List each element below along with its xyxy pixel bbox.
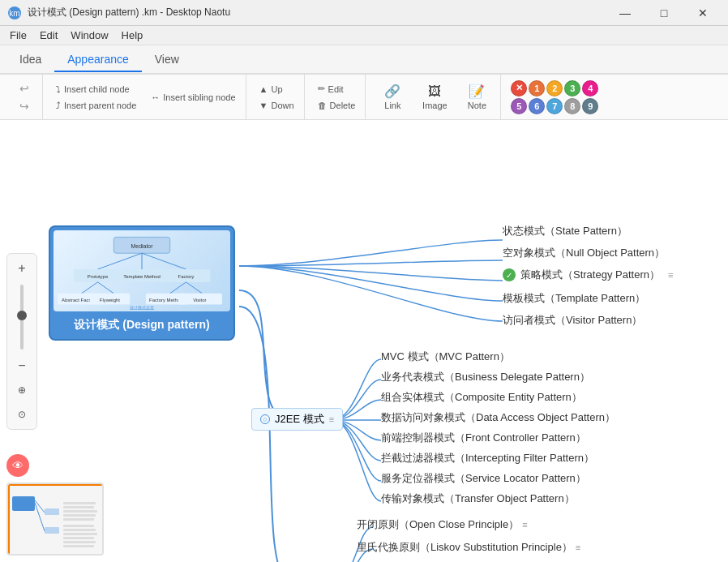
color-3[interactable]: 3 <box>564 80 580 97</box>
leaf-transfer-object[interactable]: 传输对象模式（Transfer Object Pattern） <box>381 491 575 506</box>
tab-idea[interactable]: Idea <box>6 48 54 71</box>
insert-parent-icon: ⤴ <box>56 101 61 110</box>
leaf-template-pattern[interactable]: 模板模式（Template Pattern） <box>503 291 645 306</box>
leaf-intercepting-filter[interactable]: 拦截过滤器模式（Intercepting Filter Pattern） <box>381 451 594 465</box>
redo-button[interactable]: ↪ <box>13 98 36 114</box>
undo-redo-group: ↩ ↪ <box>6 75 43 119</box>
leaf-liskov[interactable]: 里氏代换原则（Liskov Substitution Principle） ≡ <box>357 540 580 555</box>
zoom-out-button[interactable]: − <box>11 354 33 377</box>
leaf-front-controller[interactable]: 前端控制器模式（Front Controller Pattern） <box>381 431 586 445</box>
zoom-controls: + − ⊕ ⊙ <box>6 253 37 430</box>
color-1[interactable]: 1 <box>529 80 545 97</box>
link-image-note-group: 🔗 Link 🖼 Image 📝 Note <box>369 75 501 119</box>
leaf-composite-entity[interactable]: 组合实体模式（Composite Entity Pattern） <box>381 390 582 405</box>
tab-view[interactable]: View <box>142 48 192 71</box>
eye-button[interactable]: 👁 <box>6 454 29 477</box>
color-5[interactable]: 5 <box>511 98 527 114</box>
link-button[interactable]: 🔗 Link <box>372 78 413 117</box>
leaf-service-locator[interactable]: 服务定位器模式（Service Locator Pattern） <box>381 471 586 486</box>
zoom-in-button[interactable]: + <box>11 257 33 280</box>
tab-appearance[interactable]: Appearance <box>54 48 142 72</box>
delete-button[interactable]: 🗑 Delete <box>311 98 362 113</box>
liskov-note: ≡ <box>576 543 580 552</box>
root-node[interactable]: Mediator Prototype Template Method Facto… <box>49 225 235 341</box>
svg-line-13 <box>82 281 98 293</box>
close-button[interactable]: ✕ <box>684 0 722 26</box>
root-node-title: 设计模式 (Design pattern) <box>54 315 230 336</box>
down-button[interactable]: ▼ Down <box>253 98 301 113</box>
leaf-strategy-pattern[interactable]: ✓ 策略模式（Strategy Pattern） ≡ <box>503 268 673 282</box>
note-button[interactable]: 📝 Note <box>456 78 497 117</box>
svg-text:设计模式总览: 设计模式总览 <box>130 304 154 309</box>
svg-rect-37 <box>63 525 94 527</box>
color-group: ✕ 1 2 3 4 5 6 7 8 9 <box>504 75 605 119</box>
menu-window[interactable]: Window <box>64 28 114 43</box>
leaf-state-pattern[interactable]: 状态模式（State Pattern） <box>503 224 627 238</box>
down-icon: ▼ <box>259 101 268 110</box>
image-button[interactable]: 🖼 Image <box>414 78 455 117</box>
svg-line-14 <box>98 281 114 293</box>
undo-button[interactable]: ↩ <box>13 80 36 97</box>
svg-text:km: km <box>9 9 19 18</box>
leaf-mvc[interactable]: MVC 模式（MVC Pattern） <box>381 350 510 364</box>
svg-line-4 <box>98 253 143 269</box>
link-icon: 🔗 <box>384 84 400 99</box>
app-icon: km <box>6 5 23 21</box>
mini-map-inner <box>8 484 102 554</box>
leaf-open-close[interactable]: 开闭原则（Open Close Principle） ≡ <box>357 517 528 532</box>
color-8[interactable]: 8 <box>564 98 580 114</box>
strategy-note-icon: ≡ <box>668 270 673 280</box>
color-9[interactable]: 9 <box>582 98 598 114</box>
note-icon: 📝 <box>469 84 485 99</box>
svg-text:Prototype: Prototype <box>88 273 109 278</box>
up-icon: ▲ <box>259 84 268 94</box>
zoom-slider-thumb[interactable] <box>17 311 27 320</box>
zoom-reset-button[interactable]: ⊙ <box>11 403 33 426</box>
maximize-button[interactable]: □ <box>645 0 683 26</box>
svg-line-20 <box>186 281 203 293</box>
insert-child-button[interactable]: ⤵ Insert child node <box>49 82 143 97</box>
insert-parent-button[interactable]: ⤴ Insert parent node <box>49 98 143 113</box>
strategy-check-icon: ✓ <box>503 268 516 281</box>
j2ee-expand-icon[interactable]: ○ <box>260 414 270 424</box>
svg-rect-33 <box>63 510 97 513</box>
menu-file[interactable]: File <box>3 28 33 43</box>
svg-rect-38 <box>63 529 96 531</box>
svg-rect-32 <box>63 506 94 508</box>
leaf-dao[interactable]: 数据访问对象模式（Data Access Object Pattern） <box>381 410 615 425</box>
edit-button[interactable]: ✏ Edit <box>311 81 362 97</box>
mini-map[interactable] <box>6 483 104 556</box>
connections-svg <box>0 120 728 562</box>
svg-line-19 <box>170 281 186 293</box>
minimize-button[interactable]: — <box>606 0 644 26</box>
zoom-fit-button[interactable]: ⊕ <box>11 379 33 401</box>
insert-sibling-button[interactable]: ↔ Insert sibling node <box>144 90 242 105</box>
menu-edit[interactable]: Edit <box>33 28 64 43</box>
up-button[interactable]: ▲ Up <box>253 82 301 97</box>
j2ee-node[interactable]: ○ J2EE 模式 ≡ <box>251 408 343 431</box>
titlebar: km 设计模式 (Design pattern) .km - Desktop N… <box>0 0 728 26</box>
leaf-business-delegate[interactable]: 业务代表模式（Business Delegate Pattern） <box>381 370 590 384</box>
insert-sibling-icon: ↔ <box>151 92 160 102</box>
svg-rect-41 <box>63 541 96 543</box>
svg-line-6 <box>142 253 186 269</box>
color-7[interactable]: 7 <box>546 98 563 114</box>
color-x[interactable]: ✕ <box>511 80 527 97</box>
zoom-slider-track <box>20 285 24 350</box>
menubar: File Edit Window Help <box>0 26 728 45</box>
menu-help[interactable]: Help <box>115 28 150 43</box>
svg-text:Factory Method: Factory Method <box>149 297 182 302</box>
svg-rect-39 <box>63 533 97 535</box>
delete-icon: 🗑 <box>318 101 327 110</box>
color-4[interactable]: 4 <box>582 80 598 97</box>
svg-rect-40 <box>63 537 94 539</box>
leaf-visitor-pattern[interactable]: 访问者模式（Visitor Pattern） <box>503 313 642 328</box>
color-2[interactable]: 2 <box>546 80 563 97</box>
svg-text:Flyweight: Flyweight <box>100 297 120 302</box>
tabbar: Idea Appearance View <box>0 45 728 75</box>
leaf-null-object-pattern[interactable]: 空对象模式（Null Object Pattern） <box>503 246 665 260</box>
svg-rect-42 <box>63 545 94 547</box>
svg-rect-34 <box>63 514 96 517</box>
canvas[interactable]: Mediator Prototype Template Method Facto… <box>0 120 728 562</box>
color-6[interactable]: 6 <box>529 98 545 114</box>
